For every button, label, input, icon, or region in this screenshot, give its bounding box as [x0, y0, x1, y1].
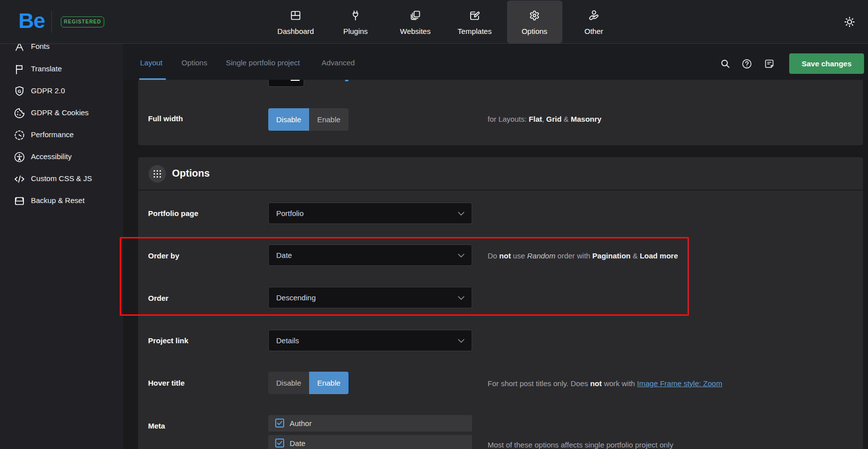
svg-text:G: G	[17, 89, 21, 94]
